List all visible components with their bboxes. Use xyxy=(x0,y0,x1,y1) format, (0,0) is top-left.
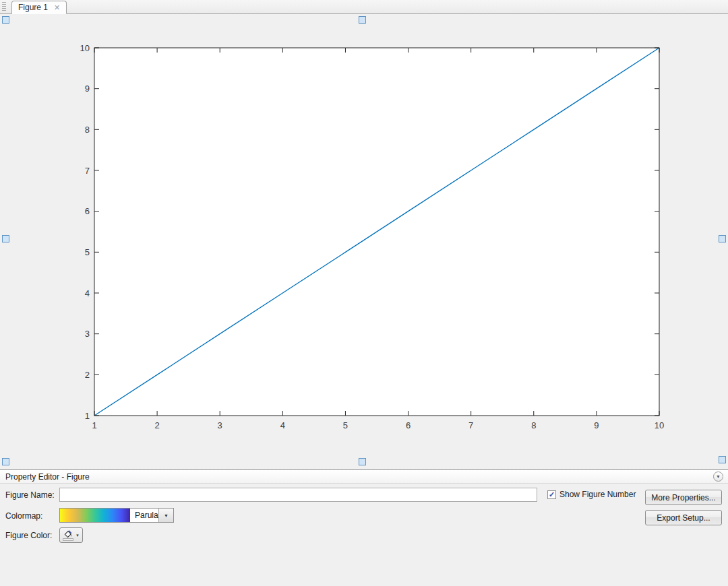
selection-handle[interactable] xyxy=(2,458,9,465)
show-figure-number-label: Show Figure Number xyxy=(559,490,636,499)
collapse-panel-button[interactable]: ▼ xyxy=(713,471,723,482)
svg-text:10: 10 xyxy=(80,43,90,53)
paint-bucket-icon xyxy=(63,530,73,541)
more-properties-button[interactable]: More Properties... xyxy=(645,490,722,505)
tab-figure-1[interactable]: Figure 1 ✕ xyxy=(11,1,67,14)
selection-handle[interactable] xyxy=(719,456,726,463)
svg-text:9: 9 xyxy=(594,420,599,430)
svg-text:1: 1 xyxy=(92,420,96,430)
property-editor-header: Property Editor - Figure ▼ xyxy=(0,470,728,484)
colormap-dropdown[interactable]: Parula ▼ xyxy=(59,508,174,523)
svg-text:6: 6 xyxy=(406,420,411,430)
svg-text:3: 3 xyxy=(218,420,222,430)
svg-text:6: 6 xyxy=(85,206,90,216)
colormap-swatch xyxy=(60,509,130,522)
show-figure-number-option[interactable]: ✓ Show Figure Number xyxy=(547,490,636,499)
show-figure-number-checkbox[interactable]: ✓ xyxy=(547,490,556,499)
selection-handle[interactable] xyxy=(2,16,9,24)
selection-handle[interactable] xyxy=(719,235,726,242)
svg-text:4: 4 xyxy=(280,420,285,430)
property-editor-title: Property Editor - Figure xyxy=(5,472,90,482)
colormap-label: Colormap: xyxy=(5,511,42,521)
svg-text:1: 1 xyxy=(85,411,90,421)
selection-handle[interactable] xyxy=(2,235,9,242)
tab-label: Figure 1 xyxy=(18,3,48,12)
svg-text:2: 2 xyxy=(154,420,159,430)
toolbar-grip-icon[interactable] xyxy=(2,2,6,11)
svg-text:9: 9 xyxy=(85,84,90,94)
selection-handle[interactable] xyxy=(359,16,366,24)
svg-text:2: 2 xyxy=(85,370,90,380)
tab-close-icon[interactable]: ✕ xyxy=(54,4,60,11)
svg-text:8: 8 xyxy=(531,420,536,430)
svg-text:4: 4 xyxy=(85,288,90,298)
svg-text:7: 7 xyxy=(468,420,473,430)
chevron-down-icon: ▼ xyxy=(75,533,80,538)
export-setup-button[interactable]: Export Setup... xyxy=(645,510,722,525)
tab-bar: Figure 1 ✕ xyxy=(0,0,728,14)
figure-color-button[interactable]: ▼ xyxy=(59,527,83,543)
figure-name-input[interactable] xyxy=(59,488,537,502)
figure-color-label: Figure Color: xyxy=(5,531,52,540)
colormap-value: Parula xyxy=(130,509,158,522)
property-editor-body: Figure Name: ✓ Show Figure Number More P… xyxy=(0,484,728,586)
selection-handle[interactable] xyxy=(359,458,366,465)
figure-axes: 1234567891012345678910 xyxy=(0,14,728,469)
svg-text:10: 10 xyxy=(655,420,664,430)
colormap-dropdown-arrow[interactable]: ▼ xyxy=(158,509,173,522)
current-color-swatch xyxy=(63,538,73,541)
chevron-down-icon: ▼ xyxy=(716,474,721,479)
chevron-down-icon: ▼ xyxy=(164,513,169,518)
svg-text:7: 7 xyxy=(85,166,90,176)
svg-text:3: 3 xyxy=(85,329,90,339)
svg-text:5: 5 xyxy=(343,420,348,430)
property-editor-panel: Property Editor - Figure ▼ Figure Name: … xyxy=(0,469,728,586)
svg-text:5: 5 xyxy=(85,247,90,257)
figure-name-label: Figure Name: xyxy=(5,490,55,500)
svg-text:8: 8 xyxy=(85,125,90,135)
figure-canvas: 1234567891012345678910 xyxy=(0,14,728,469)
